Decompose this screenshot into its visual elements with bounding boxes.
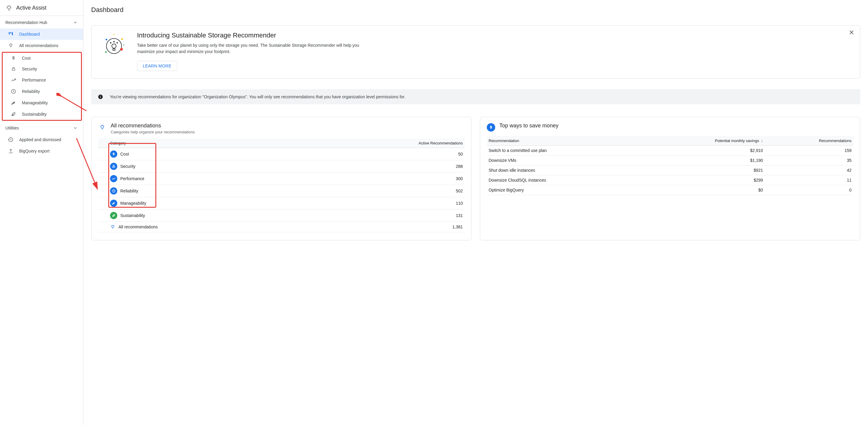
close-banner-button[interactable]: ✕	[847, 29, 856, 37]
category-label: Sustainability	[120, 213, 145, 218]
table-row[interactable]: Downsize CloudSQL instances$29911	[487, 175, 853, 185]
category-count: 110	[292, 197, 465, 209]
trending-up-icon	[10, 77, 17, 83]
sort-desc-icon: ↓	[761, 138, 763, 143]
nav-group-utilities[interactable]: Utilities	[0, 121, 83, 134]
sidebar-item-dashboard[interactable]: Dashboard	[0, 29, 83, 40]
chevron-down-icon	[73, 20, 78, 25]
svg-rect-5	[12, 69, 15, 70]
svg-rect-9	[113, 49, 115, 51]
sidebar-item-label: Applied and dismissed	[19, 137, 61, 142]
sidebar-item-security[interactable]: Security	[3, 64, 81, 74]
svg-point-16	[105, 51, 106, 53]
table-row[interactable]: Security288	[98, 160, 465, 173]
sidebar-item-applied-dismissed[interactable]: Applied and dismissed	[0, 134, 83, 145]
category-count: 300	[292, 173, 465, 185]
table-row[interactable]: Reliability502	[98, 185, 465, 197]
sidebar-item-label: All recommendations	[19, 43, 59, 48]
sidebar-item-manageability[interactable]: Manageability	[3, 97, 81, 108]
dashboard-icon	[8, 31, 14, 37]
close-icon: ✕	[849, 29, 854, 37]
recommendation-label: Shut down idle instances	[487, 165, 638, 175]
sidebar-item-label: Dashboard	[19, 32, 40, 37]
sidebar-item-label: BigQuery export	[19, 149, 50, 154]
table-row[interactable]: Downsize VMs$1,19035	[487, 156, 853, 165]
table-row[interactable]: Optimize BigQuery$00	[487, 185, 853, 195]
svg-point-4	[9, 44, 12, 46]
sidebar-item-label: Security	[22, 67, 37, 71]
all-recommendations-table: Category Active Recommendations Cost50Se…	[98, 138, 465, 232]
category-count: 50	[292, 148, 465, 160]
lock-icon	[10, 67, 17, 71]
svg-point-8	[112, 44, 116, 48]
lightbulb-small-icon	[8, 43, 14, 48]
recs-count: 35	[765, 156, 853, 165]
sidebar-item-bigquery-export[interactable]: BigQuery export	[0, 145, 83, 157]
lightbulb-small-icon	[110, 224, 116, 230]
page-title: Dashboard	[91, 6, 860, 14]
table-row[interactable]: Sustainability131	[98, 209, 465, 222]
svg-rect-20	[100, 97, 101, 98]
intro-banner: Introducing Sustainable Storage Recommen…	[91, 25, 860, 78]
nav-group-label: Recommendation Hub	[5, 20, 47, 25]
card-title: Top ways to save money	[499, 123, 558, 129]
recs-count: 0	[765, 185, 853, 195]
sidebar-item-cost[interactable]: Cost	[3, 53, 81, 64]
category-label: Manageability	[120, 201, 146, 206]
sidebar-header: Active Assist	[0, 0, 83, 16]
table-row[interactable]: Manageability110	[98, 197, 465, 209]
recommendation-label: Downsize CloudSQL instances	[487, 175, 638, 185]
sidebar-item-label: Performance	[22, 78, 46, 83]
main-content: Dashboard Introducing Sustainable Storag…	[83, 0, 868, 425]
col-recommendation[interactable]: Recommendation	[487, 136, 638, 146]
svg-point-11	[113, 41, 115, 42]
svg-rect-1	[9, 32, 9, 34]
card-all-recommendations: All recommendations Categories help orga…	[91, 117, 471, 240]
svg-point-14	[121, 38, 123, 40]
card-title: All recommendations	[111, 123, 195, 129]
table-row[interactable]: Switch to a committed use plan$2,910159	[487, 146, 853, 156]
nav-group-recommendation-hub[interactable]: Recommendation Hub	[0, 16, 83, 29]
banner-title: Introducing Sustainable Storage Recommen…	[137, 31, 371, 39]
sidebar-item-label: Cost	[22, 56, 31, 61]
app-title: Active Assist	[16, 5, 46, 11]
manageability-chip-icon	[110, 200, 117, 207]
dollar-icon	[10, 56, 17, 61]
total-label: All recommendations	[119, 225, 158, 229]
table-row[interactable]: Performance300	[98, 173, 465, 185]
lightbulb-blue-icon	[98, 123, 106, 132]
table-row-total[interactable]: All recommendations1,381	[98, 222, 465, 232]
lightbulb-icon	[5, 4, 12, 11]
svg-point-10	[110, 42, 112, 44]
sidebar-item-all-recommendations[interactable]: All recommendations	[0, 40, 83, 51]
col-recs-count[interactable]: Recommendations	[765, 136, 853, 146]
cost-chip-icon	[110, 151, 117, 158]
learn-more-button[interactable]: LEARN MORE	[137, 61, 177, 71]
recommendation-label: Switch to a committed use plan	[487, 146, 638, 156]
leaf-icon	[10, 111, 17, 117]
svg-point-7	[106, 38, 121, 53]
category-label: Performance	[120, 176, 144, 181]
recommendation-label: Downsize VMs	[487, 156, 638, 165]
sidebar-item-reliability[interactable]: Reliability	[3, 86, 81, 97]
svg-point-21	[100, 96, 101, 96]
card-subtitle: Categories help organize your recommenda…	[111, 130, 195, 134]
svg-point-22	[101, 126, 103, 128]
recs-count: 42	[765, 165, 853, 175]
svg-rect-23	[113, 166, 115, 168]
table-row[interactable]: Cost50	[98, 148, 465, 160]
col-category[interactable]: Category	[108, 138, 292, 148]
svg-point-17	[113, 34, 115, 35]
table-row[interactable]: Shut down idle instances$92142	[487, 165, 853, 175]
banner-illustration	[100, 31, 127, 59]
svg-point-15	[120, 48, 123, 51]
chevron-down-icon	[73, 126, 78, 130]
col-savings[interactable]: Potential monthly savings↓	[638, 136, 765, 146]
card-top-ways: Top ways to save money Recommendation Po…	[480, 117, 860, 240]
sidebar-item-sustainability[interactable]: Sustainability	[3, 108, 81, 120]
col-active-recs[interactable]: Active Recommendations	[292, 138, 465, 148]
security-chip-icon	[110, 163, 117, 170]
top-ways-table: Recommendation Potential monthly savings…	[487, 136, 853, 195]
sidebar-item-performance[interactable]: Performance	[3, 74, 81, 86]
category-label: Cost	[120, 152, 129, 157]
